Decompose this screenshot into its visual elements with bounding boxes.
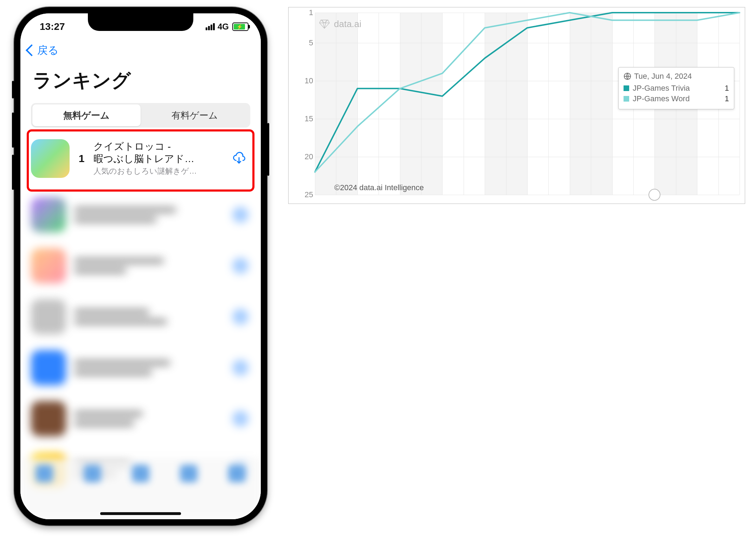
notch bbox=[88, 13, 193, 31]
ranking-list[interactable]: 1 クイズトロッコ - 暇つぶし脳トレアド… 人気のおもしろい謎解きゲ… bbox=[20, 129, 261, 519]
y-tick: 1 bbox=[299, 8, 313, 17]
rank-history-chart: 1510152025 data.ai ©2024 data.ai Intelli… bbox=[288, 7, 745, 204]
list-item[interactable]: 1 クイズトロッコ - 暇つぶし脳トレアド… 人気のおもしろい謎解きゲ… bbox=[20, 129, 261, 187]
tooltip-series-1: JP-Games Word bbox=[633, 94, 690, 103]
tooltip-value-1: 1 bbox=[725, 94, 729, 103]
page-title: ランキング bbox=[33, 68, 131, 94]
tooltip-value-0: 1 bbox=[725, 84, 729, 93]
hover-marker bbox=[648, 189, 660, 201]
brand-watermark: data.ai bbox=[318, 18, 361, 30]
chevron-left-icon bbox=[26, 44, 38, 56]
chart-tooltip: Tue, Jun 4, 2024 JP-Games Trivia 1 JP-Ga… bbox=[618, 67, 734, 109]
y-tick: 20 bbox=[299, 152, 313, 161]
status-time: 13:27 bbox=[40, 21, 65, 32]
signal-icon bbox=[206, 23, 215, 30]
back-label: 戻る bbox=[37, 43, 59, 58]
battery-icon: ⚡ bbox=[232, 22, 249, 31]
chart-credit: ©2024 data.ai Intelligence bbox=[334, 183, 424, 192]
tooltip-date: Tue, Jun 4, 2024 bbox=[634, 72, 692, 81]
segmented-control: 無料ゲーム 有料ゲーム bbox=[31, 103, 250, 128]
app-title-line1: クイズトロッコ - bbox=[93, 140, 222, 153]
app-subtitle: 人気のおもしろい謎解きゲ… bbox=[93, 166, 222, 176]
globe-icon bbox=[624, 72, 631, 80]
y-tick: 5 bbox=[299, 38, 313, 47]
diamond-icon bbox=[318, 18, 330, 30]
tab-paid-label: 有料ゲーム bbox=[172, 109, 218, 122]
swatch-word bbox=[624, 96, 629, 102]
volume-up-button bbox=[12, 112, 14, 148]
cloud-download-icon bbox=[231, 151, 247, 166]
app-store-ranking-screen: 13:27 4G ⚡ 戻る ランキング 無料ゲーム 有 bbox=[20, 13, 261, 519]
mute-switch bbox=[12, 81, 14, 98]
home-indicator bbox=[100, 512, 181, 515]
app-icon bbox=[31, 139, 70, 178]
app-title-line2: 暇つぶし脳トレアド… bbox=[93, 153, 222, 165]
volume-down-button bbox=[12, 155, 14, 190]
tooltip-series-0: JP-Games Trivia bbox=[633, 84, 690, 93]
y-tick: 15 bbox=[299, 114, 313, 123]
y-tick: 10 bbox=[299, 76, 313, 85]
brand-label: data.ai bbox=[334, 19, 361, 30]
tab-free-games[interactable]: 無料ゲーム bbox=[32, 104, 141, 126]
power-button bbox=[267, 123, 269, 176]
tab-free-label: 無料ゲーム bbox=[63, 109, 110, 122]
app-rank: 1 bbox=[77, 153, 86, 165]
network-label: 4G bbox=[218, 22, 229, 32]
download-button[interactable] bbox=[230, 149, 249, 168]
swatch-trivia bbox=[624, 85, 629, 91]
y-tick: 25 bbox=[299, 190, 313, 199]
tab-paid-games[interactable]: 有料ゲーム bbox=[141, 104, 249, 126]
iphone-mockup: 13:27 4G ⚡ 戻る ランキング 無料ゲーム 有 bbox=[14, 7, 267, 538]
back-button[interactable]: 戻る bbox=[27, 43, 59, 58]
tab-bar bbox=[20, 459, 261, 519]
